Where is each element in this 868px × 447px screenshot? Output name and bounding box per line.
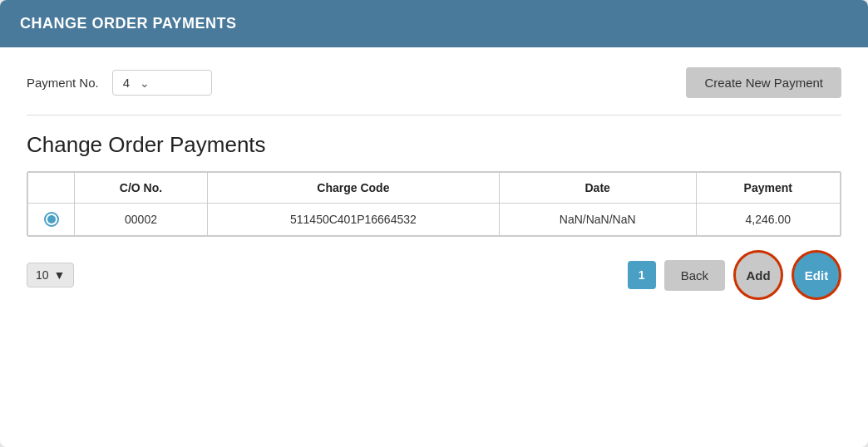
create-new-payment-button[interactable]: Create New Payment — [686, 67, 841, 98]
col-select — [28, 173, 75, 204]
back-button[interactable]: Back — [664, 260, 725, 291]
table-row[interactable]: 00002511450C401P16664532NaN/NaN/NaN4,246… — [28, 204, 841, 236]
table-header-row: C/O No. Charge Code Date Payment — [28, 173, 841, 204]
edit-button[interactable]: Edit — [792, 250, 841, 300]
header-title: CHANGE ORDER PAYMENTS — [20, 15, 237, 32]
col-co-no: C/O No. — [75, 173, 208, 204]
content-area: Payment No. 4 ⌄ Create New Payment Chang… — [0, 47, 868, 320]
row-select-cell[interactable] — [28, 204, 75, 236]
col-date: Date — [499, 173, 696, 204]
bottom-right: 1 Back Add Edit — [628, 250, 841, 300]
page-size-chevron-icon: ▼ — [54, 268, 66, 282]
radio-inner — [47, 215, 56, 224]
col-charge-code: Charge Code — [208, 173, 500, 204]
payments-table-wrapper: C/O No. Charge Code Date Payment 0000251… — [27, 171, 841, 237]
page-size-value: 10 — [36, 268, 49, 282]
payments-table: C/O No. Charge Code Date Payment 0000251… — [27, 172, 841, 236]
page-number[interactable]: 1 — [628, 261, 656, 289]
payment-no-label: Payment No. — [27, 76, 99, 90]
row-co-no: 00002 — [75, 204, 208, 236]
top-controls: Payment No. 4 ⌄ Create New Payment — [27, 67, 841, 98]
payment-no-group: Payment No. 4 ⌄ — [27, 70, 212, 96]
section-title: Change Order Payments — [27, 132, 841, 158]
page-size-dropdown[interactable]: 10 ▼ — [27, 263, 74, 287]
row-date: NaN/NaN/NaN — [499, 204, 696, 236]
row-payment: 4,246.00 — [696, 204, 840, 236]
payment-no-value: 4 — [123, 76, 130, 90]
row-charge-code: 511450C401P16664532 — [208, 204, 500, 236]
bottom-row: 10 ▼ 1 Back Add Edit — [27, 250, 841, 300]
radio-button[interactable] — [44, 212, 59, 227]
col-payment: Payment — [696, 173, 840, 204]
divider — [27, 115, 841, 115]
chevron-down-icon: ⌄ — [140, 76, 150, 90]
header: CHANGE ORDER PAYMENTS — [0, 0, 868, 47]
add-button[interactable]: Add — [733, 250, 783, 300]
main-window: CHANGE ORDER PAYMENTS Payment No. 4 ⌄ Cr… — [0, 0, 868, 447]
payment-no-dropdown[interactable]: 4 ⌄ — [112, 70, 212, 96]
